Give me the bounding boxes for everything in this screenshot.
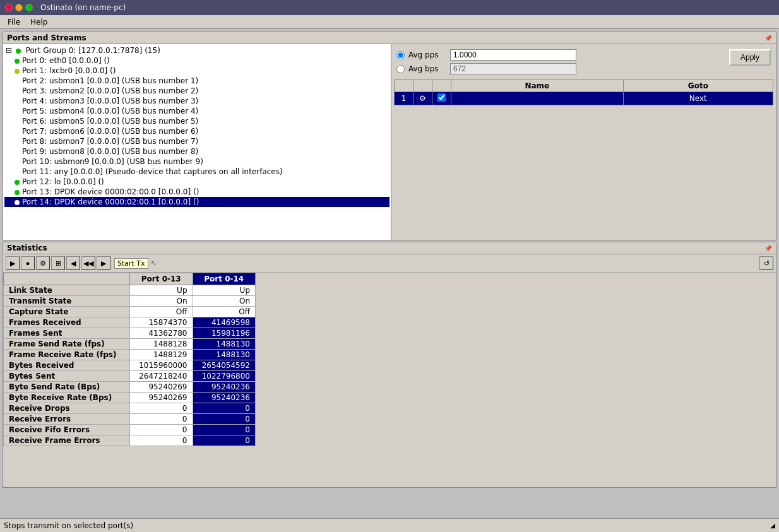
- settings-button[interactable]: ⚙: [36, 256, 50, 270]
- stats-toolbar: ▶ ● ⚙ ⊞ ◀ ◀◀ ▶ Start Tx ↖ ↺: [3, 254, 776, 273]
- expand-icon: ⊟: [6, 46, 12, 55]
- avg-pps-radio[interactable]: [396, 51, 405, 59]
- port-label-12: Port 12: lo [0.0.0.0] (): [22, 177, 104, 186]
- menu-help[interactable]: Help: [25, 16, 52, 28]
- stats-port13-7: 1015960000: [130, 360, 193, 371]
- port-item-6[interactable]: Port 6: usbmon5 [0.0.0.0] (USB bus numbe…: [4, 116, 390, 126]
- stats-port13-1: On: [130, 296, 193, 307]
- port-label-4: Port 4: usbmon3 [0.0.0.0] (USB bus numbe…: [22, 97, 198, 105]
- stats-label-9: Byte Send Rate (Bps): [4, 382, 130, 393]
- port-label-13: Port 13: DPDK device 0000:02:00.0 [0.0.0…: [22, 187, 199, 196]
- apply-button[interactable]: Apply: [729, 49, 771, 66]
- statistics-section: Statistics 📌 ▶ ● ⚙ ⊞ ◀ ◀◀ ▶ Start Tx ↖ ↺: [3, 242, 776, 488]
- stats-port13-2: Off: [130, 307, 193, 317]
- pin-icon[interactable]: 📌: [764, 35, 772, 42]
- stats-port13-14: 0: [130, 435, 193, 446]
- port-item-8[interactable]: Port 8: usbmon7 [0.0.0.0] (USB bus numbe…: [4, 136, 390, 146]
- window-controls[interactable]: [5, 4, 33, 11]
- stats-row-7: Bytes Received10159600002654054592: [4, 360, 256, 371]
- stats-port14-7: 2654054592: [193, 360, 256, 371]
- port-item-11[interactable]: Port 11: any [0.0.0.0] (Pseudo-device th…: [4, 167, 390, 177]
- window-title: Ostinato (on name-pc): [40, 3, 126, 12]
- streams-table-area: Name Goto 1⚙Next: [391, 77, 776, 240]
- reset-button[interactable]: ↺: [759, 256, 773, 270]
- stream-gear-0[interactable]: ⚙: [413, 92, 432, 105]
- port-item-3[interactable]: Port 3: usbmon2 [0.0.0.0] (USB bus numbe…: [4, 86, 390, 96]
- avg-bps-input[interactable]: [450, 63, 576, 74]
- stats-row-6: Frame Receive Rate (fps)14881291488130: [4, 350, 256, 360]
- stats-label-2: Capture State: [4, 307, 130, 317]
- stats-row-4: Frames Sent4136278015981196: [4, 328, 256, 339]
- avg-bps-label: Avg bps: [408, 64, 446, 73]
- streams-table: Name Goto 1⚙Next: [394, 80, 773, 105]
- avg-bps-radio[interactable]: [396, 65, 405, 73]
- close-button[interactable]: [5, 4, 13, 11]
- stats-port14-4: 15981196: [193, 328, 256, 339]
- port-dot-1: [15, 69, 20, 74]
- port-item-13[interactable]: Port 13: DPDK device 0000:02:00.0 [0.0.0…: [4, 187, 390, 197]
- stats-row-11: Receive Drops00: [4, 403, 256, 414]
- maximize-button[interactable]: [25, 4, 33, 11]
- next-button[interactable]: ▶: [97, 256, 110, 270]
- port-label-0: Port 0: eth0 [0.0.0.0] (): [22, 56, 110, 65]
- stats-row-10: Byte Receive Rate (Bps)9524026995240236: [4, 393, 256, 403]
- port-tree-panel: ⊟ Port Group 0: [127.0.0.1:7878] (15) Po…: [3, 44, 391, 240]
- stats-row-3: Frames Received1587437041469598: [4, 317, 256, 328]
- stats-label-1: Transmit State: [4, 296, 130, 307]
- port-item-4[interactable]: Port 4: usbmon3 [0.0.0.0] (USB bus numbe…: [4, 96, 390, 106]
- port-label-8: Port 8: usbmon7 [0.0.0.0] (USB bus numbe…: [22, 137, 198, 146]
- play-button[interactable]: ▶: [6, 256, 20, 270]
- stats-pin-icon[interactable]: 📌: [764, 245, 772, 252]
- stats-row-2: Capture StateOffOff: [4, 307, 256, 317]
- stats-port14-8: 1022796800: [193, 371, 256, 382]
- stats-port13-0: Up: [130, 285, 193, 296]
- col-check: [432, 80, 451, 92]
- ports-streams-title: Ports and Streams: [7, 33, 86, 42]
- stats-label-12: Receive Errors: [4, 414, 130, 425]
- port-group-label: Port Group 0: [127.0.0.1:7878] (15): [26, 46, 160, 55]
- stats-row-12: Receive Errors00: [4, 414, 256, 425]
- prev2-button[interactable]: ◀◀: [81, 256, 95, 270]
- toolbar-tooltip: Start Tx: [114, 258, 148, 269]
- ports-streams-header: Ports and Streams 📌: [3, 32, 776, 44]
- port-label-10: Port 10: usbmon9 [0.0.0.0] (USB bus numb…: [22, 157, 203, 166]
- statistics-title: Statistics: [7, 244, 47, 252]
- titlebar: Ostinato (on name-pc): [0, 0, 779, 15]
- avg-pps-input[interactable]: [450, 49, 576, 61]
- stats-port14-1: On: [193, 296, 256, 307]
- menu-file[interactable]: File: [3, 16, 25, 28]
- port-item-14[interactable]: Port 14: DPDK device 0000:02:00.1 [0.0.0…: [4, 197, 390, 207]
- port-group-row[interactable]: ⊟ Port Group 0: [127.0.0.1:7878] (15): [4, 45, 390, 56]
- col-port14: Port 0-14: [193, 273, 256, 285]
- stream-row-0[interactable]: 1⚙Next: [395, 92, 773, 105]
- prev-button[interactable]: ◀: [66, 256, 80, 270]
- stats-port13-13: 0: [130, 425, 193, 435]
- grid-button[interactable]: ⊞: [51, 256, 65, 270]
- stats-label-7: Bytes Received: [4, 360, 130, 371]
- port-item-7[interactable]: Port 7: usbmon6 [0.0.0.0] (USB bus numbe…: [4, 126, 390, 136]
- port-tree-content: ⊟ Port Group 0: [127.0.0.1:7878] (15) Po…: [3, 44, 391, 240]
- port-item-5[interactable]: Port 5: usbmon4 [0.0.0.0] (USB bus numbe…: [4, 106, 390, 116]
- stats-label-11: Receive Drops: [4, 403, 130, 414]
- stream-num-0: 1: [395, 92, 413, 105]
- port-item-1[interactable]: Port 1: lxcbr0 [0.0.0.0] (): [4, 66, 390, 76]
- port-item-9[interactable]: Port 9: usbmon8 [0.0.0.0] (USB bus numbe…: [4, 146, 390, 157]
- reset-area: ↺: [759, 256, 773, 270]
- port-group-dot: [16, 49, 21, 54]
- port-item-2[interactable]: Port 2: usbmon1 [0.0.0.0] (USB bus numbe…: [4, 76, 390, 86]
- stats-row-0: Link StateUpUp: [4, 285, 256, 296]
- stats-table-area: Port 0-13 Port 0-14 Link StateUpUpTransm…: [3, 273, 776, 487]
- stream-checkbox-0[interactable]: [437, 93, 446, 102]
- avg-bps-row: Avg bps: [396, 63, 771, 74]
- stats-port14-3: 41469598: [193, 317, 256, 328]
- minimize-button[interactable]: [15, 4, 23, 11]
- port-label-9: Port 9: usbmon8 [0.0.0.0] (USB bus numbe…: [22, 147, 198, 156]
- port-item-10[interactable]: Port 10: usbmon9 [0.0.0.0] (USB bus numb…: [4, 157, 390, 167]
- port-item-12[interactable]: Port 12: lo [0.0.0.0] (): [4, 177, 390, 187]
- port-label-1: Port 1: lxcbr0 [0.0.0.0] (): [22, 66, 116, 75]
- stats-port14-10: 95240236: [193, 393, 256, 403]
- stats-port13-6: 1488129: [130, 350, 193, 360]
- port-dot-12: [15, 180, 20, 185]
- record-button[interactable]: ●: [21, 256, 35, 270]
- port-item-0[interactable]: Port 0: eth0 [0.0.0.0] (): [4, 56, 390, 66]
